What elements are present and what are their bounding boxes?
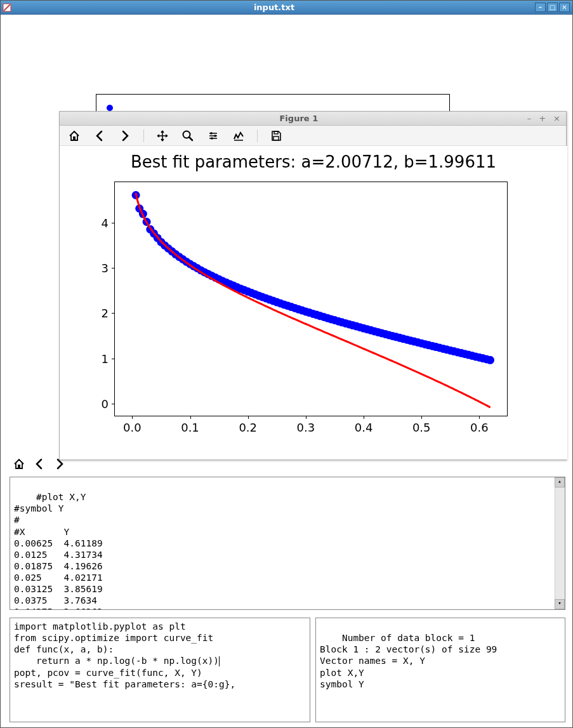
- code-line: def func(x, a, b):: [14, 644, 306, 655]
- home-icon: [68, 129, 81, 142]
- scrollbar[interactable]: ▴ ▾: [555, 477, 565, 609]
- info-output-pane[interactable]: Number of data block = 1 Block 1 : 2 vec…: [315, 618, 565, 722]
- data-file-pane[interactable]: #plot X,Y #symbol Y # #X Y 0.00625 4.611…: [10, 477, 565, 610]
- svg-rect-6: [273, 136, 279, 140]
- fig-maximize-button[interactable]: +: [537, 114, 548, 123]
- data-file-text: #plot X,Y #symbol Y # #X Y 0.00625 4.611…: [14, 492, 103, 610]
- fig-minimize-button[interactable]: –: [525, 114, 534, 123]
- chart-axes: 012340.00.10.20.30.40.50.6: [114, 182, 508, 416]
- pan-icon: [156, 129, 169, 142]
- pan-button[interactable]: [155, 129, 169, 143]
- chart-svg: [115, 182, 508, 417]
- app-icon: [1, 3, 13, 12]
- svg-point-3: [214, 135, 216, 137]
- scroll-up-button[interactable]: ▴: [555, 477, 565, 487]
- code-line: return a * np.log(-b * np.log(x)): [14, 655, 306, 666]
- figure-title: Figure 1: [72, 114, 525, 123]
- code-line: popt, pcov = curve_fit(func, X, Y): [14, 667, 306, 678]
- back-button[interactable]: [32, 457, 46, 471]
- text-cursor: [219, 656, 220, 666]
- svg-point-2: [210, 132, 213, 135]
- toolbar-separator: [143, 129, 144, 142]
- code-line: from scipy.optimize import curve_fit: [14, 632, 306, 644]
- maximize-button[interactable]: □: [547, 3, 558, 12]
- main-title: input.txt: [13, 3, 535, 12]
- main-titlebar[interactable]: input.txt – □ ✕: [1, 1, 572, 15]
- figure-titlebar[interactable]: Figure 1 – + ×: [60, 112, 566, 126]
- code-line: sresult = "Best fit parameters: a={0:g},: [14, 678, 306, 690]
- home-button[interactable]: [12, 457, 26, 471]
- scroll-down-button[interactable]: ▾: [555, 599, 565, 609]
- scatter-point: [486, 356, 494, 364]
- configure-button[interactable]: [206, 129, 220, 143]
- zoom-icon: [181, 129, 194, 142]
- forward-button[interactable]: [118, 129, 132, 143]
- forward-icon: [119, 129, 131, 142]
- edit-button[interactable]: [232, 129, 246, 143]
- chart-title: Best fit parameters: a=2.00712, b=1.9961…: [60, 152, 567, 171]
- svg-point-4: [211, 137, 213, 140]
- figure-window[interactable]: Figure 1 – + × Best fit parameters: a=2.…: [59, 111, 567, 460]
- figure-toolbar: [60, 126, 566, 146]
- fig-close-button[interactable]: ×: [551, 114, 562, 123]
- edit-icon: [232, 129, 245, 142]
- close-button[interactable]: ✕: [559, 3, 570, 12]
- info-text: Number of data block = 1 Block 1 : 2 vec…: [320, 633, 497, 689]
- zoom-button[interactable]: [181, 129, 195, 143]
- svg-rect-5: [274, 131, 278, 134]
- home-icon: [13, 458, 25, 470]
- data-point: [107, 105, 113, 111]
- save-icon: [270, 129, 282, 142]
- home-button[interactable]: [67, 129, 81, 143]
- back-icon: [93, 129, 106, 142]
- code-line: import matplotlib.pyplot as plt: [14, 621, 306, 632]
- configure-icon: [207, 129, 220, 142]
- back-icon: [33, 458, 46, 470]
- save-button[interactable]: [269, 129, 283, 143]
- toolbar-separator: [257, 129, 258, 142]
- figure-canvas[interactable]: Best fit parameters: a=2.00712, b=1.9961…: [60, 146, 567, 460]
- fit-line: [136, 193, 491, 407]
- back-button[interactable]: [93, 129, 107, 143]
- minimize-button[interactable]: –: [535, 3, 546, 12]
- script-editor-pane[interactable]: import matplotlib.pyplot as pltfrom scip…: [10, 618, 310, 722]
